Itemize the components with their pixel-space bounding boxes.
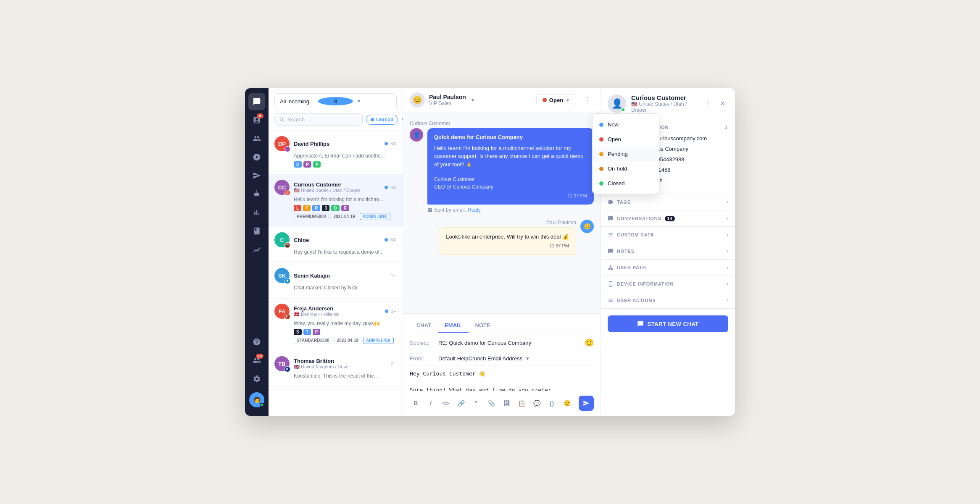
link-button[interactable]: 🔗 [455, 397, 467, 409]
status-option-new-label: New [608, 121, 619, 128]
email-footer-text: Sent by email. [434, 207, 466, 213]
from-label: From: [410, 355, 435, 362]
conv-info-cc: Curious Customer 🇺🇸 United States / Utah… [294, 181, 380, 193]
conv-preview-senin: Chat marked Closed by Nick [274, 285, 397, 291]
nav-icon-inbox[interactable]: 8 [248, 112, 265, 129]
subject-value: RE: Quick demo for Curious Company [438, 340, 581, 346]
tag-d: D [294, 161, 302, 168]
right-close-button[interactable]: ✕ [717, 98, 728, 110]
conv-location-freja: 🇩🇰 Denmark / Hillerød [294, 312, 381, 317]
conv-item-freja[interactable]: FA 🏳 Freja Andersen 🇩🇰 Denmark / Hillerø… [269, 299, 403, 351]
section-tags-header[interactable]: TAGS › [601, 194, 735, 210]
search-row: Unread [274, 113, 397, 126]
status-dropdown-button[interactable]: Open ▼ [536, 94, 576, 106]
section-user-path-title: USER PATH [608, 265, 646, 270]
nav-icon-chat[interactable] [248, 93, 265, 110]
admin-link-freja[interactable]: ADMIN LINK [363, 337, 394, 344]
chat-more-button[interactable]: ⋮ [580, 93, 594, 107]
nav-icon-knowledge[interactable] [248, 223, 265, 239]
conv-header: All incoming 8 ▼ Unread [269, 88, 403, 131]
from-select[interactable]: Default HelpCrunch Email Address ▼ [438, 355, 530, 362]
admin-link-cc[interactable]: ADMIN LINK [360, 213, 390, 220]
canned-button[interactable]: 💬 [531, 397, 543, 409]
right-more-button[interactable]: ⋮ [702, 98, 714, 110]
conv-time-cc: 5M [390, 185, 397, 190]
compose-from-field: From: Default HelpCrunch Email Address ▼ [410, 355, 594, 362]
conv-preview-chloe: Hey guys! I'd like to request a demo of.… [274, 249, 397, 255]
nav-icon-reports[interactable] [248, 204, 265, 221]
tab-chat[interactable]: CHAT [410, 319, 438, 333]
conv-name-freja: Freja Andersen [294, 305, 381, 312]
tab-note[interactable]: NOTE [469, 319, 497, 333]
conv-item-curious-customer[interactable]: CC @ Curious Customer 🇺🇸 United States /… [269, 175, 403, 227]
compose-input[interactable]: Hey Curious Customer 👋 Sure thing! What … [410, 370, 594, 391]
compose-tools: B I <> 🔗 " 📎 🖼 📋 💬 {} 🙂 [410, 397, 573, 409]
section-conversations-header[interactable]: CONVERSATIONS 14 › [601, 210, 735, 226]
attachment-button[interactable]: 📎 [485, 397, 497, 409]
conv-item-senin[interactable]: SK ✈ Senin Kabajin 1H Chat marked Closed… [269, 263, 403, 299]
section-device-info-title: DEVICE INFORMATION [608, 281, 674, 287]
filter-dropdown[interactable]: All incoming 8 ▼ [274, 93, 397, 109]
contact-chevron-icon[interactable]: ▼ [470, 97, 475, 103]
unread-filter-pill[interactable]: Unread [366, 115, 398, 125]
msg-signature-role: CEO @ Curious Company [434, 183, 587, 191]
status-option-new[interactable]: New [593, 117, 659, 132]
status-option-onhold[interactable]: On-hold [593, 161, 659, 176]
bold-button[interactable]: B [410, 397, 422, 409]
user-avatar[interactable]: 🧑 [249, 392, 264, 407]
tag-f: F [313, 161, 321, 168]
quote-button[interactable]: " [470, 397, 482, 409]
article-button[interactable]: 📋 [516, 397, 527, 409]
emoji-compose-button[interactable]: 🙂 [561, 397, 573, 409]
conv-unread-dp [385, 142, 388, 145]
conv-time-dp: 3M [390, 141, 397, 146]
vars-button[interactable]: {} [546, 397, 558, 409]
tab-email[interactable]: EMAIL [438, 319, 468, 333]
nav-icon-team[interactable]: 14 [248, 352, 265, 369]
nav-icon-activity[interactable] [248, 241, 265, 258]
nav-icon-help[interactable] [248, 333, 265, 350]
compose-area: CHAT EMAIL NOTE Subject: RE: Quick demo … [403, 313, 601, 416]
conv-preview-freja: Wow, you really made my day, guys🙌 [274, 320, 397, 326]
conv-location-cc: 🇺🇸 United States / Utah / Draper [294, 188, 380, 193]
status-dot-closed [599, 181, 603, 186]
conv-item-thomas[interactable]: TB 🏳 Thomas Britton 🇬🇧 United Kingdom / … [269, 351, 403, 387]
conv-item-david-phillips[interactable]: DP 💜 David Phillips 3M Appreciate it, Em… [269, 131, 403, 175]
nav-icon-schedule[interactable] [248, 149, 265, 165]
section-user-path-header[interactable]: USER PATH › [601, 260, 735, 276]
conv-time-thomas: 2H [391, 361, 397, 366]
conv-meta-thomas: 2H [391, 361, 397, 366]
nav-icon-bot[interactable] [248, 186, 265, 202]
right-contact-name: Curious Customer [631, 94, 697, 101]
search-input[interactable] [287, 116, 358, 123]
section-custom-data-title: CUSTOM DATA [608, 232, 654, 238]
nav-icon-send[interactable] [248, 167, 265, 184]
conv-info-dp: David Phillips [294, 141, 380, 147]
section-device-info-header[interactable]: DEVICE INFORMATION › [601, 276, 735, 292]
code-button[interactable]: <> [440, 397, 452, 409]
send-button[interactable] [579, 396, 594, 411]
compose-divider2 [410, 365, 594, 365]
image-button[interactable]: 🖼 [501, 397, 512, 409]
platform-icon-dp: 💜 [285, 146, 290, 152]
nav-icon-contacts[interactable] [248, 130, 265, 147]
send-icon [583, 400, 590, 407]
start-new-chat-button[interactable]: START NEW CHAT [608, 315, 728, 332]
status-option-open[interactable]: Open [593, 132, 659, 147]
nav-icon-settings[interactable] [248, 370, 265, 387]
tag-l: L [294, 205, 301, 211]
status-option-pending[interactable]: Pending [593, 147, 659, 161]
emoji-button[interactable]: 🙂 [585, 338, 594, 347]
reply-link[interactable]: Reply [468, 207, 481, 213]
right-panel-actions: ⋮ ✕ [702, 98, 728, 110]
app-container: 8 14 [245, 88, 735, 416]
section-custom-data-header[interactable]: CUSTOM DATA › [601, 227, 735, 243]
start-chat-label: START NEW CHAT [647, 321, 698, 327]
right-avatar: 👤 [608, 94, 626, 113]
status-option-closed[interactable]: Closed [593, 176, 659, 191]
section-user-actions-header[interactable]: USER ACTIONS › [601, 292, 735, 308]
conv-item-chloe[interactable]: C 📷 Chloe 6M Hey guys! I'd like to reque… [269, 227, 403, 263]
italic-button[interactable]: I [425, 397, 437, 409]
section-notes-header[interactable]: NOTES › [601, 243, 735, 259]
right-contact-location: 🇺🇸 United States / Utah / Draper [631, 101, 697, 113]
